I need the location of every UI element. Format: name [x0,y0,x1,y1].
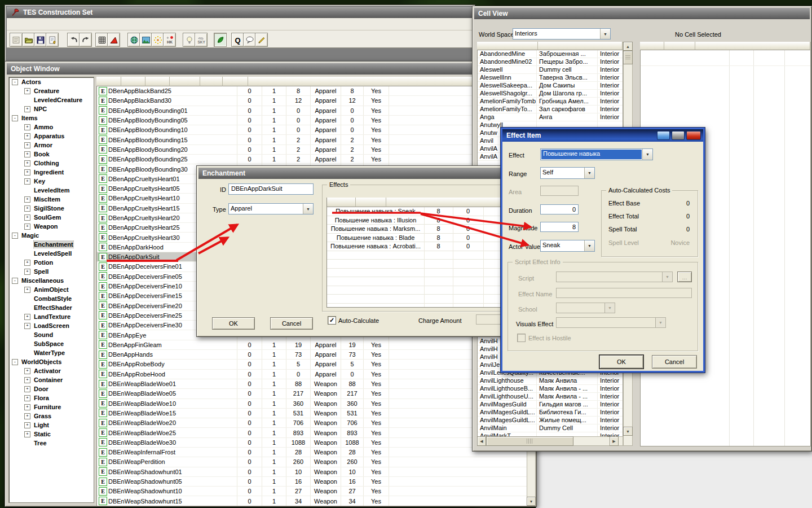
tree-toggle-icon[interactable]: + [24,404,30,410]
tree-item[interactable]: + NPC [9,104,94,113]
scroll-right-button[interactable]: ▶ [610,436,619,446]
tree-item[interactable]: Enchantment [9,240,94,249]
column-header[interactable] [200,77,223,86]
table-row[interactable]: E DBEnWeapShadowhunt10 0 1 27 Weapon 27 … [97,487,531,496]
column-header[interactable] [664,42,695,50]
tree-toggle-icon[interactable]: + [24,422,30,428]
edit-mode-button[interactable] [255,33,268,47]
enchantment-id-field[interactable]: DBEnAppDarkSuit [228,183,314,195]
cell-row[interactable]: AnvilLighthouseU... Маяк Анвила - ... In… [478,393,623,401]
chevron-down-icon[interactable]: ▼ [584,168,594,178]
tree-item[interactable]: + Book [9,150,94,159]
range-select[interactable]: Self ▼ [540,167,595,179]
object-window-title-bar[interactable]: Object Window [7,63,535,75]
table-row[interactable]: E DBEnWeapBladeWoe25 0 1 893 Weapon 893 … [97,428,531,437]
magnitude-field[interactable]: 8 [540,222,579,232]
cell-view-title-bar[interactable]: Cell View [474,8,810,19]
column-header[interactable] [170,77,200,86]
tree-item[interactable]: + Static [9,430,94,439]
tree-toggle-icon[interactable]: + [24,88,30,94]
table-row[interactable]: E DBEnWeapBladeWoe30 0 1 1088 Weapon 108… [97,438,531,448]
tree-toggle-icon[interactable]: + [24,142,30,148]
cell-row[interactable]: AnvilMagesGuildL... Жилые помещ... Inter… [478,417,623,424]
tree-toggle-icon[interactable]: + [24,224,30,230]
menu-item[interactable] [58,22,68,27]
table-row[interactable]: E DBEnWeapInfernalFrost 0 1 28 Weapon 28… [97,448,531,457]
enchantment-type-select[interactable]: Apparel ▼ [228,203,314,214]
main-title-bar[interactable]: TES Construction Set [7,7,473,18]
tree-toggle-icon[interactable]: + [24,413,30,419]
table-row[interactable]: E DBEnWeapPerdition 0 1 260 Weapon 260 Y… [97,457,531,467]
scroll-left-button[interactable]: ◀ [477,436,486,446]
render-area[interactable] [536,450,812,508]
world-map-button[interactable] [127,33,140,47]
landscape-button[interactable] [139,33,152,47]
cell-row[interactable]: AnvilMagesGuildL... Библиотека Ги... Int… [478,409,623,417]
cell-row[interactable]: AnvilMagesGuild Гильдия магов ... Interi… [478,401,623,409]
chevron-down-icon[interactable]: ▼ [600,29,610,39]
tree-item[interactable]: + SoulGem [9,213,94,222]
table-row[interactable]: E DBEnWeapBladeWoe10 0 1 360 Weapon 360 … [97,399,531,409]
tree-item[interactable]: + Ingredient [9,168,94,177]
tree-item[interactable]: + Apparatus [9,132,94,141]
tree-item[interactable]: + Creature [9,86,94,95]
chevron-down-icon[interactable]: ▼ [303,204,313,214]
table-row[interactable]: E DBenAppBlackBand25 0 1 8 Apparel 8 Yes [97,86,531,96]
tree-item[interactable]: - Miscellaneous [9,276,94,285]
ok-button[interactable]: OK [212,317,255,330]
column-header[interactable] [477,42,538,50]
table-row[interactable]: E DBenAppBlackBand30 0 1 12 Apparel 12 Y… [97,96,531,106]
preferences-button[interactable] [46,33,59,47]
cell-row[interactable]: AbandonedMine02 Пещеры Забро... Interior [478,58,623,66]
menu-item[interactable] [37,22,47,27]
table-row[interactable]: E DBEnWeapBladeWoe20 0 1 706 Weapon 706 … [97,418,531,428]
table-row[interactable]: E DBEnAppBloodyBounding15 0 1 2 Apparel … [97,135,531,144]
tree-toggle-icon[interactable]: + [24,133,30,139]
tree-toggle-icon[interactable]: + [24,196,30,203]
column-header[interactable] [538,42,623,50]
column-header[interactable] [356,198,386,207]
tree-item[interactable]: + LandTexture [9,312,94,321]
effect-select[interactable]: Повышение навыка ▼ [540,148,653,160]
scrollbar-thumb[interactable] [486,436,573,446]
tree-toggle-icon[interactable]: + [24,106,30,112]
tree-item[interactable]: + LoadScreen [9,321,94,330]
chevron-down-icon[interactable]: ▼ [584,240,594,251]
column-header[interactable] [121,77,145,86]
new-form-button[interactable] [10,33,23,47]
scroll-down-button[interactable]: ▼ [527,497,536,506]
tree-item[interactable]: + Key [9,177,94,186]
tree-toggle-icon[interactable]: + [24,151,30,157]
table-row[interactable]: E DBEnAppBloodyBounding01 0 1 0 Apparel … [97,106,531,116]
tree-item[interactable]: WaterType [9,348,94,357]
actor-value-select[interactable]: Sneak ▼ [540,240,595,252]
table-row[interactable]: E DBEnAppBloodyBounding05 0 1 0 Apparel … [97,116,531,125]
cancel-button[interactable]: Cancel [270,317,313,330]
scroll-down-button[interactable]: ▼ [623,427,633,436]
cell-row[interactable]: AnvilLighthouse Маяк Анвила Interior [478,377,623,385]
tree-toggle-icon[interactable]: + [24,214,30,221]
effect-item-title-bar[interactable]: Effect Item [502,129,703,142]
tree-toggle-icon[interactable]: - [12,278,18,284]
sky-toggle-button[interactable]: SKY [195,33,208,47]
menu-item[interactable] [47,22,58,27]
snap-grid-button[interactable] [95,33,108,47]
tree-item[interactable]: LeveledItem [9,186,94,195]
cell-row[interactable]: Aleswell Dummy cell Interior [478,66,623,74]
open-button[interactable] [22,33,35,47]
menu-item[interactable] [27,22,37,27]
tree-toggle-icon[interactable]: + [24,269,30,275]
table-row[interactable]: E DBEnAppRobeBody 0 1 5 Apparel 5 Yes [97,360,531,369]
tree-item[interactable]: + Light [9,421,94,430]
table-row[interactable]: E DBenAppFinGleam 0 1 19 Apparel 19 Yes [97,340,531,350]
column-header[interactable] [96,77,121,86]
cell-row[interactable]: AmelionFamilyTo... Зал саркофагов Interi… [478,106,623,113]
scroll-up-button[interactable]: ▲ [623,42,633,51]
table-row[interactable]: E DBEnAppBloodyBounding20 0 1 2 Apparel … [97,145,531,155]
menu-item[interactable] [17,22,27,27]
auto-calculate-checkbox[interactable]: ✓ [328,316,336,325]
column-header[interactable] [145,77,170,86]
column-header[interactable] [640,42,664,50]
tree-item[interactable]: - Magic [9,231,94,240]
tree-item[interactable]: + Ammo [9,122,94,132]
